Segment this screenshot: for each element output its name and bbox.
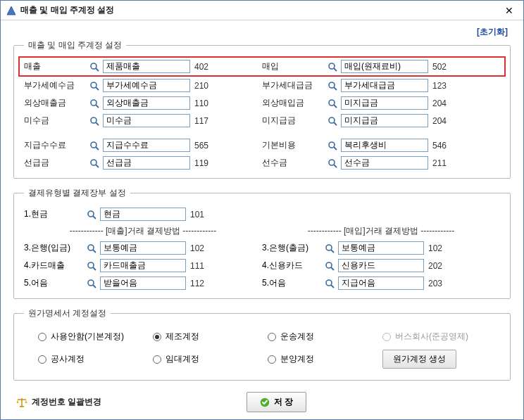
search-icon[interactable]	[327, 98, 338, 109]
radio-label: 공사계정	[51, 353, 85, 365]
close-icon[interactable]: ✕	[501, 4, 518, 18]
svg-line-4	[334, 68, 337, 71]
svg-line-36	[331, 267, 334, 270]
radio-none[interactable]: 사용안함(기본계정)	[38, 331, 153, 343]
svg-point-3	[329, 63, 335, 69]
svg-line-18	[96, 147, 99, 150]
search-icon[interactable]	[89, 115, 100, 127]
search-icon[interactable]	[89, 140, 100, 151]
svg-point-13	[91, 117, 96, 123]
field[interactable]	[341, 96, 428, 110]
label: 5.어음	[24, 277, 86, 289]
radio-trans[interactable]: 운송계정	[268, 331, 382, 343]
radio-sale[interactable]: 분양계정	[268, 353, 382, 365]
radio-icon	[268, 355, 276, 364]
header-purchase-method: ------------ [매입]거래 결제방법 ------------	[262, 225, 500, 237]
reset-link[interactable]: [초기화]	[477, 27, 508, 37]
field[interactable]	[100, 259, 186, 272]
svg-line-12	[334, 105, 337, 108]
svg-point-7	[329, 82, 335, 88]
radio-icon	[382, 333, 391, 341]
svg-line-22	[96, 165, 99, 167]
svg-point-31	[88, 280, 94, 286]
code: 546	[428, 141, 454, 151]
save-button[interactable]: 저 장	[247, 392, 306, 412]
radio-const[interactable]: 공사계정	[38, 353, 153, 365]
field-sales[interactable]	[103, 60, 190, 73]
code: 102	[424, 243, 449, 253]
code: 565	[190, 141, 216, 151]
search-icon[interactable]	[86, 243, 97, 254]
code: 211	[428, 158, 454, 168]
search-icon[interactable]	[89, 158, 100, 169]
group-payment: 결제유형별 결제장부 설정 1.현금 101 ------------ [매출]…	[13, 187, 511, 299]
batch-change-label: 계정번호 일괄변경	[32, 396, 101, 408]
generate-cost-button[interactable]: 원가계정 생성	[382, 350, 456, 369]
field[interactable]	[103, 96, 190, 110]
field[interactable]	[338, 241, 424, 255]
svg-point-27	[88, 245, 94, 250]
radio-label: 운송계정	[280, 331, 314, 343]
field[interactable]	[338, 259, 424, 272]
field[interactable]	[103, 114, 190, 127]
field[interactable]	[103, 139, 190, 152]
label: 부가세대급금	[262, 79, 327, 91]
radio-manuf[interactable]: 제조계정	[153, 331, 268, 343]
field[interactable]	[338, 276, 424, 290]
label: 4.신용카드	[262, 260, 324, 272]
highlight-row: 매출 402 매입 502	[18, 56, 506, 77]
radio-icon	[153, 355, 161, 364]
code-purchase: 502	[428, 62, 454, 72]
field[interactable]	[341, 139, 428, 152]
radio-icon	[38, 333, 46, 341]
search-icon[interactable]	[327, 61, 338, 72]
svg-point-35	[326, 262, 332, 268]
svg-marker-0	[7, 6, 15, 15]
svg-point-15	[329, 117, 335, 123]
radio-label: 사용안함(기본계정)	[51, 331, 124, 343]
search-icon[interactable]	[86, 260, 97, 272]
field[interactable]	[341, 114, 428, 127]
field-cash[interactable]	[100, 208, 186, 221]
svg-line-10	[96, 105, 99, 108]
search-icon[interactable]	[324, 243, 335, 254]
label: 부가세예수금	[24, 79, 89, 91]
field[interactable]	[341, 156, 428, 170]
field[interactable]	[103, 156, 190, 170]
field[interactable]	[341, 79, 428, 92]
svg-point-37	[326, 280, 332, 286]
svg-point-29	[88, 262, 94, 268]
svg-point-5	[91, 82, 96, 88]
field[interactable]	[103, 79, 190, 92]
search-icon[interactable]	[327, 80, 338, 91]
search-icon[interactable]	[86, 278, 97, 289]
check-icon	[260, 397, 270, 407]
group-accounts: 매출 및 매입 주계정 설정 매출 402 매입 502	[13, 39, 511, 179]
search-icon[interactable]	[327, 158, 338, 169]
field[interactable]	[100, 241, 186, 255]
group-cost: 원가명세서 계정설정 사용안함(기본계정) 제조계정 운송계정 버스회사(준공영…	[13, 307, 511, 381]
svg-line-34	[331, 250, 334, 253]
radio-lease[interactable]: 임대계정	[153, 353, 268, 365]
svg-line-8	[334, 87, 337, 90]
search-icon[interactable]	[89, 61, 100, 72]
radio-icon	[268, 333, 276, 341]
batch-change-link[interactable]: 계정번호 일괄변경	[16, 396, 101, 408]
search-icon[interactable]	[89, 98, 100, 109]
field-purchase[interactable]	[341, 60, 428, 73]
search-icon[interactable]	[86, 209, 97, 220]
search-icon[interactable]	[324, 278, 335, 289]
label: 선수금	[262, 157, 327, 169]
label: 5.어음	[262, 277, 324, 289]
search-icon[interactable]	[327, 115, 338, 127]
field[interactable]	[100, 276, 186, 290]
search-icon[interactable]	[327, 140, 338, 151]
svg-point-17	[91, 142, 96, 148]
search-icon[interactable]	[89, 80, 100, 91]
svg-line-26	[93, 216, 96, 219]
label: 지급수수료	[24, 139, 89, 151]
app-icon	[6, 6, 16, 15]
search-icon[interactable]	[324, 260, 335, 272]
label: 기본비용	[262, 139, 327, 151]
scale-icon	[16, 397, 27, 407]
